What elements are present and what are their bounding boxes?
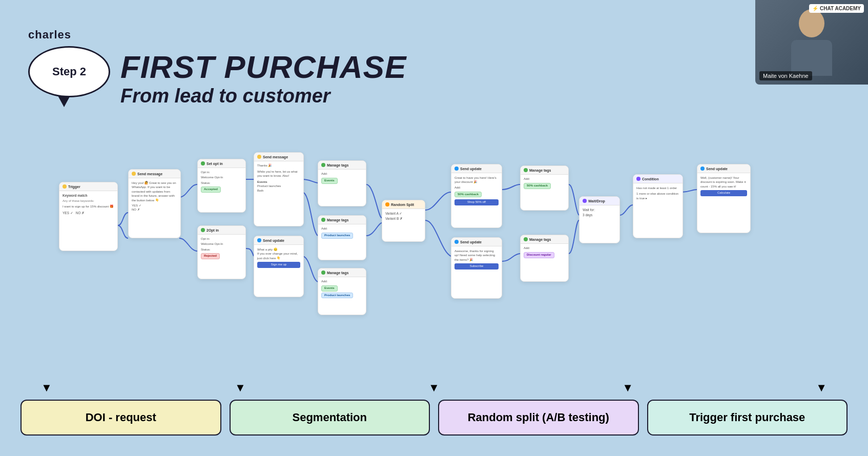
manage-tags-node-4: Manage tags Add: 50% cashback [520,165,569,211]
send-update-node-2: Send update Great to have you here! Here… [451,164,502,228]
main-title: FIRST PURCHASE [120,49,406,85]
manage-tags-node-1: Manage tags Add: Events [318,160,366,206]
stage-pin-3: ▼ [428,381,440,395]
stage-box-segmentation: Segmentation [230,400,430,436]
set-optin-node: Set opt in Opt in: Welcome Opt-In Status… [197,159,246,213]
sub-title: From lead to customer [120,85,406,107]
stage-box-trigger-purchase: Trigger first purchase [647,400,848,436]
step-label: Step 2 [52,65,86,78]
speech-bubble: Step 2 [28,46,110,97]
random-split-node: Random Split Variant A ✓ Variant B ✗ [382,200,425,242]
send-update-node-3: Send update Awesome, thanks for signing … [451,237,502,299]
opt-in-node-2: 2Opt in Opt in: Welcome Opt-In Status: R… [197,225,246,279]
send-update-node: Send update What a pity 😔If you ever cha… [254,236,304,297]
manage-tags-node-2: Manage tags Add: Product launches [318,215,366,260]
stage-pin-1: ▼ [41,381,52,395]
stage-pin-4: ▼ [622,381,633,395]
trigger-node: Trigger Keyword match Any of these keywo… [59,182,118,251]
flow-area: Trigger Keyword match Any of these keywo… [20,151,848,325]
brand-name: charles [28,28,71,42]
send-message-node-2: Send message Thanks 🎉 While you're here,… [254,152,304,226]
stage-pin-5: ▼ [816,381,827,395]
chat-academy-badge: ⚡ CHAT ACADEMY [809,4,864,13]
wait-drop-node: Wait/Drop Wait for: 3 days [579,196,620,243]
bottom-bar: ▼ ▼ ▼ ▼ ▼ DOI - request Segmentation Ran… [20,381,848,436]
manage-tags-node-5: Manage tags Add: Discount regular [520,235,569,282]
stage-pin-2: ▼ [235,381,246,395]
stage-box-random-split: Random split (A/B testing) [438,400,639,436]
title-area: FIRST PURCHASE From lead to customer [120,49,406,107]
send-message-node-1: Send message Hey you! 🙋 Great to see you… [128,169,181,238]
video-name-tag: Maite von Kaehne [759,71,812,80]
condition-node: Condition Has not made at least 1 order … [633,174,683,238]
video-overlay: ⚡ CHAT ACADEMY Maite von Kaehne [755,0,868,85]
send-update-node-4: Send update Well, (customer name)! Your … [697,164,751,233]
manage-tags-node-3: Manage tags Add: Events Product launches [318,268,366,315]
stage-box-doi: DOI - request [20,400,221,436]
